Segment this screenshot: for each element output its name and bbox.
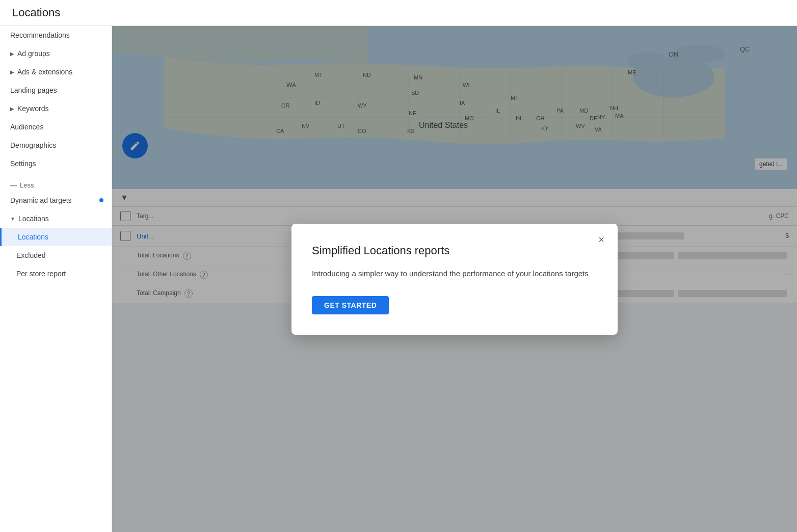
modal-title: Simplified Locations reports xyxy=(312,244,593,257)
sidebar-item-audiences[interactable]: Audiences xyxy=(0,118,112,136)
sidebar-item-landing-pages[interactable]: Landing pages xyxy=(0,81,112,99)
page-title: Locations xyxy=(12,6,60,19)
sidebar: Recommendations ▶ Ad groups ▶ Ads & exte… xyxy=(0,26,112,532)
sidebar-item-settings[interactable]: Settings xyxy=(0,154,112,173)
chevron-right-icon: ▶ xyxy=(10,69,14,75)
sidebar-item-ad-groups[interactable]: ▶ Ad groups xyxy=(0,44,112,63)
chevron-right-icon: ▶ xyxy=(10,51,14,57)
sidebar-item-ads-extensions[interactable]: ▶ Ads & extensions xyxy=(0,63,112,81)
modal-cta-button[interactable]: GET STARTED xyxy=(312,296,389,314)
modal-overlay: × Simplified Locations reports Introduci… xyxy=(112,26,797,532)
content-area: WA MT ND MN OR ID WY SD WI NE IA MO IL M… xyxy=(112,26,797,532)
sidebar-item-recommendations[interactable]: Recommendations xyxy=(0,26,112,44)
sidebar-item-demographics[interactable]: Demographics xyxy=(0,136,112,154)
main-layout: Recommendations ▶ Ad groups ▶ Ads & exte… xyxy=(0,26,797,532)
sidebar-less-section[interactable]: — Less xyxy=(0,177,112,191)
sidebar-item-excluded[interactable]: Excluded xyxy=(0,246,112,264)
sidebar-item-keywords[interactable]: ▶ Keywords xyxy=(0,99,112,118)
modal-dialog: × Simplified Locations reports Introduci… xyxy=(291,224,618,335)
chevron-down-icon: ▼ xyxy=(10,216,15,222)
sidebar-item-per-store-report[interactable]: Per store report xyxy=(0,264,112,283)
sidebar-divider xyxy=(0,175,112,175)
chevron-right-icon: ▶ xyxy=(10,106,14,112)
sidebar-item-locations-header[interactable]: ▼ Locations xyxy=(0,209,112,228)
notification-dot xyxy=(99,198,103,202)
page-header: Locations xyxy=(0,0,797,26)
sidebar-item-dynamic-ad-targets[interactable]: Dynamic ad targets xyxy=(0,191,112,209)
modal-body: Introducing a simpler way to understand … xyxy=(312,268,593,280)
sidebar-item-locations[interactable]: Locations xyxy=(0,228,112,246)
modal-close-button[interactable]: × xyxy=(593,232,609,248)
